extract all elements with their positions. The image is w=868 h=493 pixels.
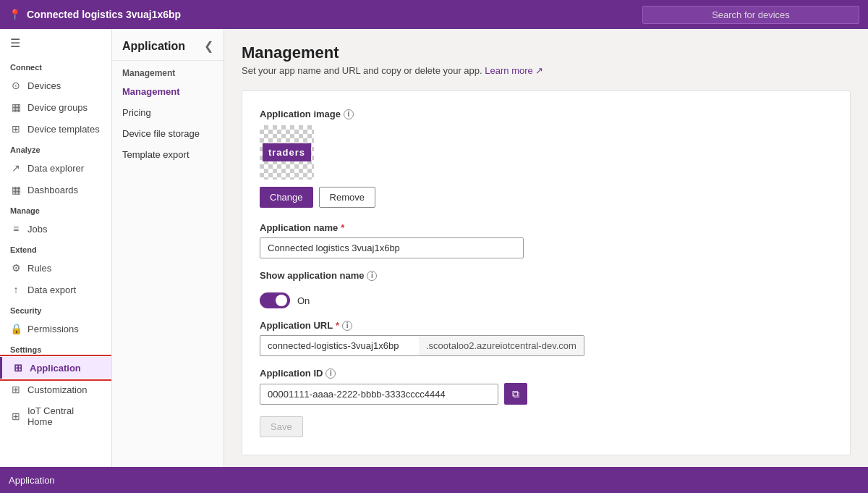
sidebar-item-data-export-label: Data export bbox=[27, 285, 76, 295]
mid-panel-header: Application ❮ bbox=[112, 29, 224, 61]
sidebar-item-device-groups-label: Device groups bbox=[27, 102, 88, 113]
bottom-app-label: Application bbox=[9, 475, 55, 486]
app-url-input[interactable] bbox=[260, 335, 419, 356]
sidebar-item-dashboards[interactable]: ▦ Dashboards bbox=[0, 179, 111, 201]
sidebar-item-rules-label: Rules bbox=[27, 263, 51, 274]
learn-more-link[interactable]: Learn more ↗ bbox=[485, 65, 543, 76]
app-url-group: Application URL * i .scootaloo2.azureiot… bbox=[260, 320, 833, 356]
app-name-group: Application name * bbox=[260, 222, 833, 258]
permissions-icon: 🔒 bbox=[10, 323, 22, 334]
sidebar-item-permissions[interactable]: 🔒 Permissions bbox=[0, 318, 111, 340]
sidebar-item-device-templates-label: Device templates bbox=[27, 124, 100, 135]
data-explorer-icon: ↗ bbox=[10, 162, 22, 174]
iot-central-home-icon: ⊞ bbox=[10, 410, 22, 422]
app-image-info-icon[interactable]: i bbox=[344, 109, 354, 119]
sidebar-item-devices-label: Devices bbox=[27, 80, 61, 91]
devices-icon: ⊙ bbox=[10, 80, 22, 91]
app-url-label: Application URL * i bbox=[260, 320, 833, 331]
sidebar-item-jobs-label: Jobs bbox=[27, 224, 47, 235]
change-image-button[interactable]: Change bbox=[260, 187, 313, 208]
sidebar-item-customization-label: Customization bbox=[27, 384, 87, 395]
app-id-row: ⧉ bbox=[260, 383, 833, 405]
mid-item-management[interactable]: Management bbox=[112, 81, 224, 102]
save-button[interactable]: Save bbox=[260, 416, 303, 437]
main-layout: ☰ Connect ⊙ Devices ▦ Device groups ⊞ De… bbox=[0, 29, 868, 467]
subtitle-text: Set your app name and URL and copy or de… bbox=[242, 65, 482, 76]
bottom-bar: Application bbox=[0, 467, 868, 493]
sidebar-item-permissions-label: Permissions bbox=[27, 324, 79, 334]
section-connect: Connect bbox=[0, 57, 111, 75]
sidebar-item-rules[interactable]: ⚙ Rules bbox=[0, 257, 111, 279]
app-id-group: Application ID i ⧉ bbox=[260, 368, 833, 405]
mid-item-pricing[interactable]: Pricing bbox=[112, 102, 224, 123]
main-content: Management Set your app name and URL and… bbox=[224, 29, 868, 467]
section-extend: Extend bbox=[0, 240, 111, 257]
sidebar-item-dashboards-label: Dashboards bbox=[27, 185, 78, 195]
app-image-label: Application image i bbox=[260, 109, 833, 119]
page-subtitle: Set your app name and URL and copy or de… bbox=[242, 65, 851, 76]
sidebar-item-data-explorer-label: Data explorer bbox=[27, 163, 84, 174]
sidebar-item-data-explorer[interactable]: ↗ Data explorer bbox=[0, 157, 111, 179]
management-card: Application image i traders Change Remov… bbox=[242, 90, 851, 455]
sidebar-item-application[interactable]: ⊞ Application bbox=[0, 357, 111, 379]
app-name-toggle[interactable] bbox=[260, 292, 290, 308]
sidebar-item-devices[interactable]: ⊙ Devices bbox=[0, 75, 111, 96]
toggle-knob bbox=[276, 295, 287, 306]
app-id-label: Application ID i bbox=[260, 368, 833, 379]
app-id-info-icon[interactable]: i bbox=[326, 368, 336, 379]
sidebar-item-iot-central-home[interactable]: ⊞ IoT Central Home bbox=[0, 400, 111, 432]
show-app-name-info-icon[interactable]: i bbox=[367, 271, 377, 281]
sidebar: ☰ Connect ⊙ Devices ▦ Device groups ⊞ De… bbox=[0, 29, 112, 467]
device-templates-icon: ⊞ bbox=[10, 123, 22, 135]
show-app-name-row: Show application name i bbox=[260, 270, 833, 281]
app-url-info-icon[interactable]: i bbox=[342, 321, 352, 331]
section-manage: Manage bbox=[0, 201, 111, 218]
hamburger-menu[interactable]: ☰ bbox=[0, 29, 111, 57]
copy-id-button[interactable]: ⧉ bbox=[504, 383, 527, 405]
url-suffix: .scootaloo2.azureiotcentral-dev.com bbox=[419, 335, 584, 356]
sidebar-item-jobs[interactable]: ≡ Jobs bbox=[0, 218, 111, 240]
toggle-row: On bbox=[260, 292, 833, 308]
search-bar[interactable]: Search for devices bbox=[642, 6, 859, 24]
mid-panel: Application ❮ Management Management Pric… bbox=[112, 29, 224, 467]
sidebar-item-device-groups[interactable]: ▦ Device groups bbox=[0, 96, 111, 118]
app-title: 📍 Connected logistics 3vuaj1x6bp bbox=[9, 9, 642, 20]
close-panel-button[interactable]: ❮ bbox=[204, 39, 213, 53]
remove-image-button[interactable]: Remove bbox=[319, 187, 375, 208]
section-settings: Settings bbox=[0, 340, 111, 357]
sidebar-item-application-label: Application bbox=[30, 363, 81, 374]
app-name-input[interactable] bbox=[260, 237, 524, 258]
app-id-input bbox=[260, 384, 498, 405]
device-groups-icon: ▦ bbox=[10, 101, 22, 113]
app-image-container: traders bbox=[260, 125, 314, 180]
app-title-text: Connected logistics 3vuaj1x6bp bbox=[27, 9, 181, 20]
section-security: Security bbox=[0, 300, 111, 318]
search-placeholder: Search for devices bbox=[712, 9, 790, 20]
customization-icon: ⊞ bbox=[10, 384, 22, 395]
mid-section-management: Management bbox=[112, 61, 224, 81]
topbar: 📍 Connected logistics 3vuaj1x6bp Search … bbox=[0, 0, 868, 29]
sidebar-item-data-export[interactable]: ↑ Data export bbox=[0, 279, 111, 300]
show-app-name-label: Show application name i bbox=[260, 270, 377, 281]
toggle-state-label: On bbox=[297, 295, 310, 306]
section-analyze: Analyze bbox=[0, 140, 111, 157]
data-export-icon: ↑ bbox=[10, 284, 22, 295]
app-image-section: Application image i traders Change Remov… bbox=[260, 109, 833, 208]
url-row: .scootaloo2.azureiotcentral-dev.com bbox=[260, 335, 833, 356]
pin-icon: 📍 bbox=[9, 9, 21, 20]
traders-logo: traders bbox=[263, 143, 311, 161]
mid-item-device-file-storage[interactable]: Device file storage bbox=[112, 123, 224, 144]
jobs-icon: ≡ bbox=[10, 223, 22, 235]
page-title: Management bbox=[242, 43, 851, 62]
app-name-label: Application name * bbox=[260, 222, 833, 233]
rules-icon: ⚙ bbox=[10, 262, 22, 274]
image-buttons: Change Remove bbox=[260, 187, 833, 208]
sidebar-item-device-templates[interactable]: ⊞ Device templates bbox=[0, 118, 111, 140]
application-icon: ⊞ bbox=[12, 362, 24, 374]
sidebar-item-iot-central-home-label: IoT Central Home bbox=[27, 405, 101, 427]
mid-panel-title: Application bbox=[122, 40, 185, 53]
sidebar-item-customization[interactable]: ⊞ Customization bbox=[0, 379, 111, 400]
dashboards-icon: ▦ bbox=[10, 184, 22, 195]
mid-item-template-export[interactable]: Template export bbox=[112, 144, 224, 165]
